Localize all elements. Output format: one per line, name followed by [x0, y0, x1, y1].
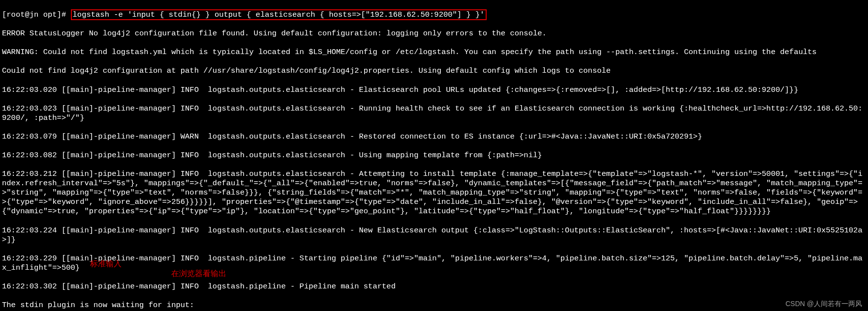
terminal-output[interactable]: [root@jn opt]# logstash -e 'input { stdi… [0, 0, 868, 311]
log-line: 16:22:03.079 [[main]-pipeline-manager] W… [2, 132, 866, 141]
watermark-text: CSDN @人间若有一两风 [785, 300, 862, 308]
log-line: Could not find log4j2 configuration at p… [2, 66, 866, 76]
log-line: 16:22:03.229 [[main]-pipeline-manager] I… [2, 254, 866, 273]
log-line: The stdin plugin is now waiting for inpu… [2, 301, 866, 310]
annotation-browser: 在浏览器看输出 [171, 269, 226, 279]
shell-prompt: [root@jn opt]# [2, 10, 71, 19]
log-line: 16:22:03.020 [[main]-pipeline-manager] I… [2, 85, 866, 95]
command-highlight: logstash -e 'input { stdin{} } output { … [71, 9, 487, 20]
log-line: 16:22:03.302 [[main]-pipeline-manager] I… [2, 282, 866, 291]
log-line: 16:22:03.023 [[main]-pipeline-manager] I… [2, 104, 866, 123]
log-line: 16:22:03.224 [[main]-pipeline-manager] I… [2, 226, 866, 245]
log-line: WARNING: Could not find logstash.yml whi… [2, 48, 866, 57]
log-line: 16:22:03.082 [[main]-pipeline-manager] I… [2, 151, 866, 160]
annotation-stdin: 标准输入 [90, 259, 122, 269]
command-text: logstash -e 'input { stdin{} } output { … [73, 10, 485, 19]
log-line: 16:22:03.212 [[main]-pipeline-manager] I… [2, 170, 866, 216]
log-line: ERROR StatusLogger No log4j2 configurati… [2, 29, 866, 38]
